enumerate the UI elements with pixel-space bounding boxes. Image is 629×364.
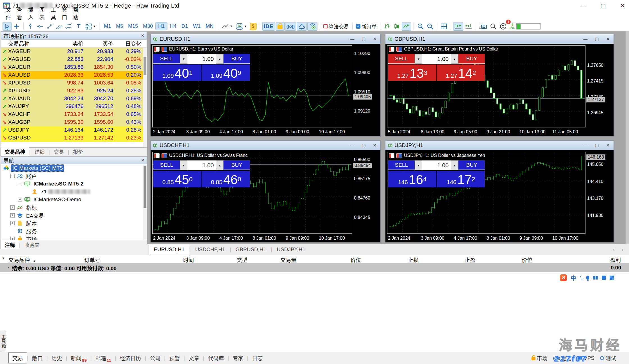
sell-button[interactable]: SELL <box>388 54 415 64</box>
search-icon[interactable] <box>489 22 498 31</box>
chart-restore-button[interactable]: ▢ <box>362 36 365 42</box>
status-测试[interactable]: 测试 <box>600 354 616 362</box>
buy-button[interactable]: BUY <box>458 54 485 64</box>
menu-item[interactable]: 工具(T) <box>45 11 56 21</box>
market-watch-row[interactable]: ↗XPTUSD922.83925.240.25% <box>1 87 147 95</box>
ime-grid-icon[interactable] <box>610 276 614 280</box>
chart-tab-0[interactable]: EURUSD,H1 <box>149 245 189 254</box>
app-close-button[interactable]: ✕ <box>620 2 625 9</box>
trendline-tool-icon[interactable] <box>45 22 54 31</box>
menu-item[interactable]: 文件(F) <box>0 11 11 21</box>
trade-column-5[interactable]: 价位 <box>350 256 361 264</box>
price-axis[interactable]: 1.276501.274151.271801.269451.27137 <box>585 45 614 127</box>
microphone-icon[interactable] <box>586 276 589 280</box>
text-tool-icon[interactable]: T <box>74 22 83 31</box>
navigator-item-3[interactable]: 71 <box>1 188 147 196</box>
quick-chart-icon[interactable] <box>396 47 402 52</box>
chart-window-titlebar[interactable]: EURUSD,H1 — ▢ ✕ <box>151 34 380 44</box>
timeframe-m30[interactable]: M30 <box>140 23 155 30</box>
chart-close-button[interactable]: ✕ <box>606 143 610 148</box>
broadcast-add-icon[interactable] <box>307 22 317 31</box>
new-order-button[interactable]: +新订单 <box>355 22 378 31</box>
chart-close-button[interactable]: ✕ <box>373 143 376 148</box>
volume-decrease-button[interactable]: ▼ <box>180 161 187 170</box>
market-watch-row[interactable]: ↗XAGUSD22.88322.904-0.02% <box>1 55 147 63</box>
chart-minimize-button[interactable]: — <box>350 36 354 42</box>
time-axis[interactable]: 2 Jan 20243 Jan 09:004 Jan 17:008 Jan 01… <box>152 128 352 136</box>
vertical-line-tool-icon[interactable] <box>26 22 35 31</box>
sell-price-display[interactable]: 1.27133 <box>388 65 436 81</box>
tree-expand-plus-icon[interactable]: + <box>18 198 22 202</box>
toolbox-tab-交易[interactable]: 交易 <box>8 352 27 363</box>
trade-column-1[interactable]: 订单号 <box>84 256 100 264</box>
chart-canvas[interactable]: 1.276501.274151.271801.269451.27137 5 Ja… <box>385 44 614 136</box>
navigator-close-icon[interactable]: ✕ <box>141 158 144 163</box>
ime-toolbox-icon[interactable] <box>602 276 606 280</box>
timeframe-w1[interactable]: W1 <box>190 23 203 30</box>
toolbox-tab-代码库[interactable]: 代码库 <box>204 353 228 363</box>
buy-price-display[interactable]: 1.27142 <box>437 65 485 81</box>
volume-input[interactable]: 1.00 <box>422 54 451 64</box>
market-watch-row[interactable]: ↘XAUEUR1853.861854.300.50% <box>1 63 147 71</box>
chart-restore-button[interactable]: ▢ <box>595 36 599 42</box>
chart-minimize-button[interactable]: — <box>583 143 587 148</box>
toolbox-tab-历史[interactable]: 历史 <box>48 353 66 363</box>
chart-minimize-button[interactable]: — <box>583 36 587 42</box>
trade-column-0[interactable]: 交易品种▲ <box>8 256 36 264</box>
chart-window-titlebar[interactable]: USDCHF,H1 — ▢ ✕ <box>151 141 380 150</box>
toolbox-close-icon[interactable]: x <box>2 255 4 260</box>
notifications-icon[interactable]: 1 <box>498 22 508 31</box>
trade-column-7[interactable]: 止盈 <box>465 256 475 264</box>
ime-language-toggle[interactable]: 中 <box>571 274 576 281</box>
buy-price-display[interactable]: 146172 <box>437 171 485 187</box>
volume-increase-button[interactable]: ▲ <box>216 54 223 64</box>
navigator-item-9[interactable]: +市场 <box>1 235 147 240</box>
depth-of-market-icon[interactable] <box>154 153 160 158</box>
market-store-icon[interactable] <box>276 22 285 31</box>
toolbox-tab-邮箱[interactable]: 邮箱11 <box>92 353 115 363</box>
market-watch-row[interactable]: ↘XPDUSD998.741003.64-0.05% <box>1 79 147 87</box>
algo-trading-button[interactable]: 算法交易 <box>322 22 350 31</box>
chart-canvas[interactable]: 145.650144.410143.170141.930146.168 2 Ja… <box>385 150 614 242</box>
volume-input[interactable]: 1.00 <box>422 161 451 170</box>
tree-expand-minus-icon[interactable]: − <box>10 174 15 178</box>
trade-column-8[interactable]: 价位 <box>522 256 532 264</box>
price-axis[interactable]: 0.855900.851750.847600.843450.85454 <box>352 152 380 234</box>
volume-increase-button[interactable]: ▲ <box>216 161 223 170</box>
navigator-tab-1[interactable]: 收藏夹 <box>21 240 44 249</box>
tree-expand-minus-icon[interactable]: − <box>18 182 22 186</box>
horizontal-line-tool-icon[interactable] <box>35 22 44 31</box>
sogou-logo-icon[interactable]: S <box>560 274 567 281</box>
timeframe-m15[interactable]: M15 <box>126 23 140 30</box>
screenshot-icon[interactable] <box>478 22 488 31</box>
sell-price-display[interactable]: 1.09401 <box>153 65 201 81</box>
navigator-item-5[interactable]: +指标 <box>1 203 147 211</box>
volume-decrease-button[interactable]: ▼ <box>180 54 187 64</box>
volume-input[interactable]: 1.00 <box>187 54 216 64</box>
navigator-item-6[interactable]: +EA交易 <box>1 211 147 219</box>
toolbox-tab-文章[interactable]: 文章 <box>185 353 203 363</box>
market-watch-row[interactable]: ↘XAUGBP1595.301595.600.43% <box>1 118 147 126</box>
tree-expand-plus-icon[interactable]: + <box>10 213 15 218</box>
tree-expand-plus-icon[interactable]: + <box>10 221 15 225</box>
market-watch-row[interactable]: ↗USDJPY146.164146.1720.28% <box>1 126 147 134</box>
sell-button[interactable]: SELL <box>388 160 415 170</box>
navigator-item-4[interactable]: +ICMarketsSC-Demo <box>1 196 147 203</box>
trade-column-2[interactable]: 时间 <box>183 256 194 264</box>
buy-price-display[interactable]: 1.09409 <box>202 65 250 81</box>
time-axis[interactable]: 2 Jan 20243 Jan 09:004 Jan 17:008 Jan 01… <box>152 234 352 242</box>
chart-window-titlebar[interactable]: USDJPY,H1 — ▢ ✕ <box>385 141 614 150</box>
tile-windows-icon[interactable] <box>439 22 448 31</box>
chart-close-button[interactable]: ✕ <box>606 36 610 42</box>
market-watch-tab-0[interactable]: 交易品种 <box>1 147 29 156</box>
toolbox-side-tab[interactable]: 工具箱 <box>0 331 6 352</box>
toolbox-tab-日志[interactable]: 日志 <box>248 353 266 363</box>
trade-column-3[interactable]: 类型 <box>237 256 247 264</box>
market-watch-row[interactable]: ↘XAUUSD2028.332028.530.20% <box>1 71 147 79</box>
chart-shift-icon[interactable] <box>464 22 473 31</box>
toolbox-tab-公司[interactable]: 公司 <box>146 353 164 363</box>
navigator-item-7[interactable]: +脚本 <box>1 219 147 227</box>
sell-button[interactable]: SELL <box>153 160 180 170</box>
volume-increase-button[interactable]: ▲ <box>451 54 458 64</box>
toolbox-tab-专家[interactable]: 专家 <box>229 353 247 363</box>
